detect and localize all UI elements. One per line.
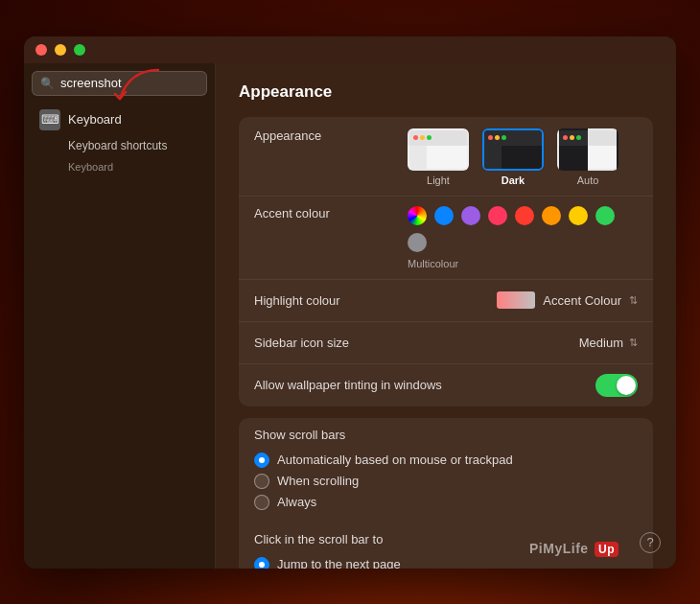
sidebar-sub-label-shortcuts: Keyboard shortcuts (68, 139, 167, 152)
accent-wrapper: Multicolour (408, 206, 638, 269)
auto-content (559, 146, 617, 169)
accent-blue[interactable] (434, 206, 454, 225)
sidebar-icon-control: Medium ⇅ (579, 336, 638, 350)
sidebar-icon-row: Sidebar icon size Medium ⇅ (239, 322, 653, 364)
system-preferences-window: 🔍 ✕ ⌨ Keyboard Keyboard shortcuts Keyboa… (24, 36, 676, 569)
accent-label: Accent colour (254, 206, 408, 221)
sidebar-sub-item-keyboard[interactable]: Keyboard (60, 155, 207, 176)
keyboard-icon: ⌨ (39, 109, 60, 130)
dark-menubar (484, 130, 542, 146)
dark-dot1 (488, 135, 493, 140)
auto-dot1 (563, 135, 568, 140)
appearance-label: Appearance (254, 128, 408, 143)
dark-content (484, 146, 542, 169)
page-title: Appearance (239, 82, 653, 102)
accent-multicolor[interactable] (408, 206, 427, 225)
scroll-auto-item[interactable]: Automatically based on mouse or trackpad (254, 450, 638, 471)
highlight-swatch (497, 291, 535, 309)
maximize-button[interactable] (74, 44, 85, 56)
dark-dot3 (502, 135, 506, 140)
scroll-always-item[interactable]: Always (254, 492, 638, 513)
highlight-control: Accent Colour ⇅ (497, 291, 638, 309)
accent-green[interactable] (595, 206, 615, 225)
appearance-row: Appearance (239, 117, 653, 197)
appearance-control: Light (408, 128, 638, 186)
sidebar-icon-value: Medium (579, 336, 623, 350)
accent-row: Accent colour (239, 197, 653, 280)
appearance-option-dark[interactable]: Dark (482, 128, 544, 186)
accent-colors (408, 206, 638, 252)
wallpaper-label: Allow wallpaper tinting in windows (254, 378, 595, 392)
scroll-scrolling-item[interactable]: When scrolling (254, 471, 638, 492)
dark-thumb (482, 128, 544, 171)
scroll-always-radio[interactable] (254, 495, 269, 510)
light-dot1 (413, 135, 418, 140)
dark-sidebar (484, 146, 502, 169)
click-next-label: Jump to the next page (277, 557, 401, 569)
appearance-option-light[interactable]: Light (408, 128, 469, 186)
accent-multicolor-col (408, 206, 427, 225)
highlight-row: Highlight colour Accent Colour ⇅ (239, 280, 653, 322)
accent-yellow[interactable] (569, 206, 588, 225)
accent-pink[interactable] (488, 206, 507, 225)
accent-orange[interactable] (542, 206, 561, 225)
auto-dot2 (570, 135, 574, 140)
watermark-text: PiMyLife (529, 541, 589, 556)
scroll-bars-label: Show scroll bars (239, 418, 653, 446)
sidebar-sub-label-keyboard: Keyboard (68, 161, 113, 173)
highlight-dropdown-arrows[interactable]: ⇅ (629, 294, 638, 307)
scroll-scrolling-label: When scrolling (277, 474, 359, 488)
toggle-knob (617, 376, 636, 395)
accent-purple[interactable] (461, 206, 480, 225)
scroll-auto-label: Automatically based on mouse or trackpad (277, 453, 513, 467)
auto-thumb (557, 128, 618, 171)
watermark: PiMyLife Up (529, 541, 618, 557)
watermark-icon: Up (595, 542, 618, 557)
auto-menubar (559, 130, 617, 146)
wallpaper-row: Allow wallpaper tinting in windows (239, 364, 653, 407)
dark-dot2 (495, 135, 500, 140)
dark-label: Dark (502, 174, 525, 186)
appearance-options: Light (408, 128, 618, 186)
minimize-button[interactable] (55, 44, 66, 56)
close-button[interactable] (35, 44, 47, 56)
scroll-scrolling-radio[interactable] (254, 474, 269, 489)
auto-dot3 (576, 135, 581, 140)
sidebar-sub-item-shortcuts[interactable]: Keyboard shortcuts (60, 134, 207, 155)
sidebar: 🔍 ✕ ⌨ Keyboard Keyboard shortcuts Keyboa… (24, 63, 216, 569)
highlight-label: Highlight colour (254, 293, 408, 308)
appearance-option-auto[interactable]: Auto (557, 128, 618, 186)
auto-label: Auto (577, 174, 599, 186)
sidebar-item-keyboard-label: Keyboard (68, 112, 122, 127)
light-dot2 (420, 135, 425, 140)
search-input[interactable] (60, 76, 222, 90)
light-menubar (409, 130, 467, 146)
window-content: 🔍 ✕ ⌨ Keyboard Keyboard shortcuts Keyboa… (24, 63, 676, 569)
scroll-bars-radio-group: Automatically based on mouse or trackpad… (239, 446, 653, 523)
scroll-auto-radio[interactable] (254, 453, 269, 468)
accent-graphite[interactable] (408, 233, 427, 252)
click-next-radio[interactable] (254, 557, 269, 569)
light-content (409, 146, 467, 169)
highlight-value: Accent Colour (543, 293, 621, 308)
light-label: Light (427, 174, 450, 186)
sidebar-sub-items: Keyboard shortcuts Keyboard (32, 134, 207, 176)
scroll-always-label: Always (277, 495, 316, 509)
accent-red[interactable] (515, 206, 534, 225)
search-icon: 🔍 (40, 77, 55, 90)
wallpaper-toggle[interactable] (595, 374, 638, 397)
light-sidebar (409, 146, 427, 169)
search-box[interactable]: 🔍 ✕ (32, 71, 207, 96)
sidebar-item-keyboard[interactable]: ⌨ Keyboard (32, 105, 207, 134)
accent-sublabel: Multicolour (408, 258, 638, 269)
light-dot3 (427, 135, 432, 140)
appearance-card: Appearance (239, 117, 653, 407)
sidebar-icon-label: Sidebar icon size (254, 336, 408, 350)
title-bar (24, 36, 676, 63)
main-panel: Appearance Appearance (216, 63, 676, 569)
help-button[interactable]: ? (640, 532, 661, 553)
sidebar-icon-arrows[interactable]: ⇅ (629, 337, 638, 349)
light-thumb (408, 128, 469, 171)
